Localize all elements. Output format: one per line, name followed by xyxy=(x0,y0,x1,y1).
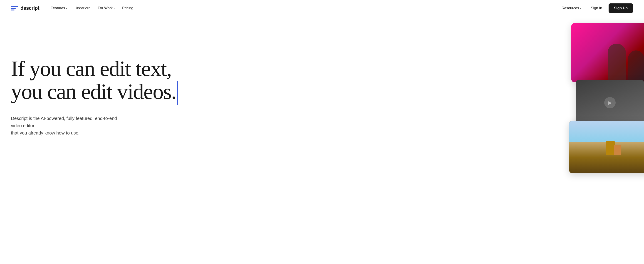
hero-headline-line1: If you can edit text, xyxy=(11,56,172,81)
nav-pricing[interactable]: Pricing xyxy=(119,4,136,12)
nav-features[interactable]: Features ▾ xyxy=(48,4,70,12)
sign-up-button[interactable]: Sign Up xyxy=(608,4,633,13)
hero-headline-line2: you can edit videos. xyxy=(11,79,176,104)
nav-links: Features ▾ Underlord For Work ▾ Pricing xyxy=(48,4,136,12)
text-cursor xyxy=(177,81,178,105)
descript-logo-icon xyxy=(11,5,18,11)
nav-underlord-label: Underlord xyxy=(74,6,90,10)
nav-right: Resources ▾ Sign In Sign Up xyxy=(558,4,633,13)
chevron-down-icon: ▾ xyxy=(66,7,67,10)
hero-subtext-line2: that you already know how to use. xyxy=(11,130,80,135)
logo-text: descript xyxy=(20,5,39,11)
hero-image-card-2: ▶ xyxy=(576,80,644,125)
hero-subtext-line1: Descript is the AI-powered, fully featur… xyxy=(11,116,117,128)
nav-pricing-label: Pricing xyxy=(122,6,133,10)
logo[interactable]: descript xyxy=(11,5,39,11)
hero-images: ▶ xyxy=(558,16,644,264)
nav-resources[interactable]: Resources ▾ xyxy=(558,4,584,12)
logo-bar-3 xyxy=(11,10,14,11)
nav-for-work-label: For Work xyxy=(98,6,113,10)
nav-underlord[interactable]: Underlord xyxy=(71,4,94,12)
navbar: descript Features ▾ Underlord For Work ▾… xyxy=(0,0,644,16)
nav-for-work[interactable]: For Work ▾ xyxy=(95,4,118,12)
hero-headline: If you can edit text, you can edit video… xyxy=(11,57,415,106)
nav-features-label: Features xyxy=(51,6,65,10)
nav-left: descript Features ▾ Underlord For Work ▾… xyxy=(11,4,136,12)
chevron-down-icon-2: ▾ xyxy=(114,7,115,10)
logo-bar-1 xyxy=(11,6,18,7)
hero-image-card-3 xyxy=(569,121,644,173)
chevron-down-icon-3: ▾ xyxy=(580,7,581,10)
hero-subtext: Descript is the AI-powered, fully featur… xyxy=(11,115,129,137)
hero-section: If you can edit text, you can edit video… xyxy=(0,16,644,264)
sign-in-button[interactable]: Sign In xyxy=(586,4,607,13)
nav-resources-label: Resources xyxy=(562,6,579,10)
logo-bar-2 xyxy=(11,8,16,9)
hero-image-card-1 xyxy=(571,23,644,82)
hero-content: If you can edit text, you can edit video… xyxy=(11,35,415,137)
